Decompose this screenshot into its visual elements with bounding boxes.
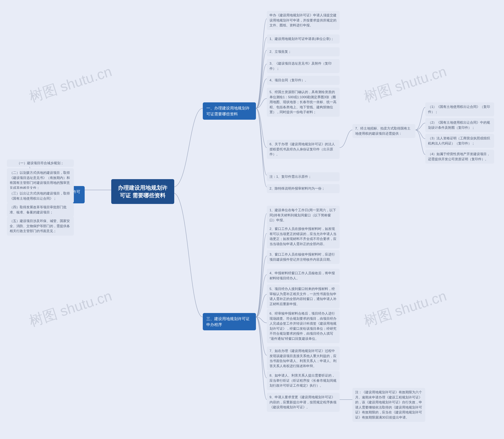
s1-item7: 7、经土地招标、拍卖方式取得国有土地使用权的建设项目还需提供： [352, 124, 415, 138]
s1-item1: 1、建设用地规划许可证申请表(单位公章)； [267, 35, 340, 44]
s3-item9: 9、申请人要求变更《建设用地规划许可证》内容的，应重新提出申请，按照规定程序换领… [267, 393, 340, 412]
s1-note2: 2、除特殊说明外报审材料均为一份； [267, 184, 340, 193]
watermark: 树图 shutu.cn [27, 286, 114, 331]
s2-item4: （四）取得发展改革等项目审批部门批准、核准、备案的建设项目； [7, 203, 74, 217]
connector-lines [0, 0, 504, 439]
s1-item3: 3、《建设项目选址意见书》及附件（复印件）； [267, 59, 340, 73]
s1-note1: 注：1、复印件需出示原件； [267, 172, 340, 181]
branch-section3: 三、建设用地规划许可证申办程序 [203, 313, 256, 330]
s1-item7-sub4: （4）如属于经营性房地产开发建设项目，还需提供开发公司资质证明（复印件）。 [425, 150, 494, 164]
s3-item2: 2、窗口工作人员在接收申报材料时，如发现有可以当场更正的错误的，应当允许申请人当… [267, 224, 340, 248]
s2-item5: （五）建设项目涉及环保、城管、国家安全、消防、文物保护等部门的，需提供各相关行政… [7, 217, 74, 236]
s2-item1: （一）建设项目符合城乡规划； [7, 159, 74, 167]
watermark: 树图 shutu.cn [27, 62, 114, 107]
s3-item6: 6、经审核申报材料合格后，项目经办人进行现场踏查。符合规划要求的项目，由项目经办… [267, 309, 340, 343]
s1-item6: 6、关于办理《建设用地规划许可证》的法人授权委托书及经办人身份证复印件（出示原件… [267, 140, 340, 159]
s2-item3: （三）以出让方式供地的建设项目，取得《国有土地使用权出让合同》； [7, 189, 74, 203]
s1-item4: 4、项目合同（复印件）。 [267, 76, 340, 85]
s3-item3: 3、窗口工作人员在核收申报材料时，应进行项目建设报件登记并注明收件内容及日期。 [267, 250, 340, 264]
s1-item7-sub2: （2）《国有土地使用权出让合同》中的规划设计条件及附图（复印件）； [425, 118, 494, 132]
watermark: 树图 shutu.cn [361, 286, 449, 331]
s3-item5: 5、项目经办人接到窗口转来的申报材料，经审核认为需补正相关文件，一次性书面告知申… [267, 284, 340, 308]
s1-item7-sub3: （3）法人资格证明（工商营业执照或组织机构法人代码证）（复印件）； [425, 134, 494, 148]
s3-item8: 8、如申请人、利害关系人提出需要听证的，应当举行听证（听证程序按《长春市规划局规… [267, 371, 340, 390]
s3-item7: 7、如在办理《建设用地规划许可证》过程中发现该建设项目直接关系他人重大利益的，应… [267, 346, 340, 370]
s3-note9: 注：《建设用地规划许可证》有效期限为六个月。逾期未申请办理《建设工程规划许可证》… [352, 388, 425, 422]
watermark: 树图 shutu.cn [361, 62, 449, 107]
s1-item5: 5、经国土资源部门确认的，具有测绘资质的单位测绘1：500或1:1000勘测定界… [267, 88, 340, 117]
root-node: 办理建设用地规划许可证 需要哪些资料 [111, 179, 174, 204]
s1-intro: 申办《建设用地规划许可证》申请人须提交建设用地规划许可申请，并按要求提供所规定的… [267, 11, 340, 30]
s1-item2: 2、立项批复； [267, 47, 340, 56]
branch-section1: 一、办理建设用地规划许可证需要哪些资料 [203, 102, 256, 120]
s1-item7-sub1: （1）《国有土地使用权出让合同》（复印件）； [425, 102, 494, 116]
s3-item4: 4、申报材料经窗口工作人员核收后，将申报材料转项目经办人。 [267, 269, 340, 283]
s2-item2: （二）以划拨方式供地的建设项目，取得《建设项目选址意见书》（有效期内）和有国有主… [7, 168, 74, 192]
s3-item1: 1、建设单位在每个工作日(周一至周六，以下同)持有关材料到规划局窗口（以下简称窗… [267, 206, 340, 225]
